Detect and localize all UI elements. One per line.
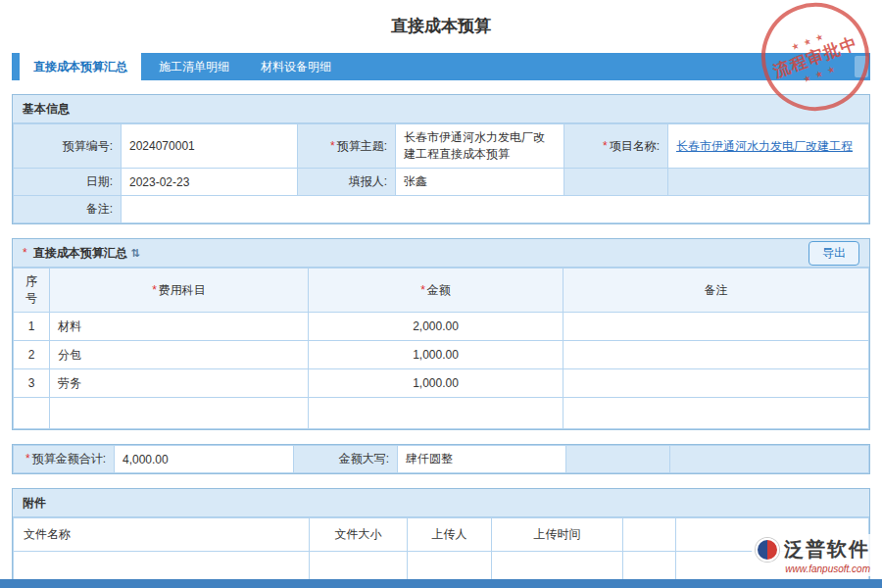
basic-info-section: 基本信息 预算编号: 2024070001 *预算主题: 长春市伊通河水力发电厂…	[12, 94, 870, 224]
col-remark: 备注	[564, 269, 869, 313]
attachments-header: 附件	[13, 489, 869, 517]
total-amount-value: 4,000.00	[115, 446, 294, 473]
empty-cell	[566, 446, 670, 473]
required-icon: *	[25, 452, 30, 466]
col-amount: *金额	[309, 269, 564, 313]
cell-remark	[564, 369, 869, 398]
cell-remark	[564, 341, 869, 369]
required-icon: *	[330, 139, 335, 153]
totals-section: *预算金额合计: 4,000.00 金额大写: 肆仟圆整	[12, 444, 870, 474]
empty-cell	[492, 552, 623, 581]
basic-info-table: 预算编号: 2024070001 *预算主题: 长春市伊通河水力发电厂改建工程直…	[13, 123, 869, 223]
remark-label: 备注:	[14, 196, 122, 223]
cell-subject: 劳务	[50, 369, 309, 398]
tab-overflow-button[interactable]	[855, 56, 868, 77]
tab-bar: 直接成本预算汇总 施工清单明细 材料设备明细	[12, 53, 870, 80]
empty-cell	[309, 398, 564, 429]
tab-direct-cost-summary[interactable]: 直接成本预算汇总	[20, 53, 141, 80]
attachments-table: 文件名称 文件大小 上传人 上传时间	[13, 517, 869, 581]
empty-cell	[564, 169, 668, 196]
col-no: 序号	[14, 269, 50, 313]
amount-words-value: 肆仟圆整	[398, 446, 566, 473]
date-label: 日期:	[14, 169, 122, 196]
project-label: *项目名称:	[564, 124, 668, 169]
total-amount-label: *预算金额合计:	[14, 446, 115, 473]
remark-value	[122, 196, 869, 223]
tab-material-equipment-detail[interactable]: 材料设备明细	[247, 53, 345, 80]
empty-cell	[50, 398, 309, 429]
cell-remark	[564, 313, 869, 341]
col-filename: 文件名称	[14, 518, 310, 552]
col-uploadtime: 上传时间	[492, 518, 623, 552]
required-icon: *	[152, 283, 157, 297]
empty-cell	[14, 398, 50, 429]
totals-table: *预算金额合计: 4,000.00 金额大写: 肆仟圆整	[13, 445, 869, 473]
cell-no: 2	[14, 341, 50, 369]
table-row: 2 分包 1,000.00	[14, 341, 869, 369]
cell-subject: 材料	[50, 313, 309, 341]
cost-summary-section: * 直接成本预算汇总 ⇅ 导出 序号 *费用科目 *金额 备注 1 材料 2,0…	[12, 238, 870, 430]
empty-cell	[670, 446, 869, 473]
required-icon: *	[603, 139, 608, 153]
cost-summary-header: * 直接成本预算汇总 ⇅ 导出	[13, 239, 869, 268]
empty-cell	[623, 552, 676, 581]
amount-words-label: 金额大写:	[294, 446, 398, 473]
basic-info-title: 基本信息	[23, 95, 70, 123]
empty-cell	[310, 552, 408, 581]
sort-icon[interactable]: ⇅	[131, 239, 140, 268]
attachments-title: 附件	[23, 489, 46, 517]
budget-no-label: 预算编号:	[14, 124, 122, 169]
page-title: 直接成本预算	[0, 0, 882, 53]
empty-cell	[408, 552, 492, 581]
cell-amount: 1,000.00	[309, 369, 564, 398]
date-value: 2023-02-23	[122, 169, 298, 196]
vendor-logo: 泛普软件 www.fanpusoft.com	[752, 534, 874, 576]
reporter-label: 填报人:	[298, 169, 396, 196]
col-uploader: 上传人	[408, 518, 492, 552]
attachments-section: 附件 文件名称 文件大小 上传人 上传时间	[12, 488, 870, 582]
cell-amount: 2,000.00	[309, 313, 564, 341]
export-button[interactable]: 导出	[808, 241, 859, 266]
cell-no: 3	[14, 369, 50, 398]
cost-summary-title: 直接成本预算汇总	[33, 239, 127, 268]
vendor-logo-icon	[756, 538, 779, 562]
table-empty-row	[14, 398, 869, 429]
table-row: 3 劳务 1,000.00	[14, 369, 869, 398]
tab-construction-list-detail[interactable]: 施工清单明细	[145, 53, 243, 80]
cell-subject: 分包	[50, 341, 309, 369]
cell-amount: 1,000.00	[309, 341, 564, 369]
table-row: 1 材料 2,000.00	[14, 313, 869, 341]
bottom-bar	[0, 579, 882, 588]
empty-col	[623, 518, 676, 552]
col-filesize: 文件大小	[310, 518, 408, 552]
col-subject: *费用科目	[50, 269, 309, 313]
table-empty-row	[14, 552, 869, 581]
required-icon: *	[420, 283, 425, 297]
reporter-value: 张鑫	[396, 169, 564, 196]
basic-info-header: 基本信息	[13, 95, 869, 123]
project-link[interactable]: 长春市伊通河水力发电厂改建工程	[676, 139, 853, 153]
table-header-row: 文件名称 文件大小 上传人 上传时间	[14, 518, 869, 552]
vendor-url: www.fanpusoft.com	[785, 564, 870, 574]
empty-cell	[14, 552, 310, 581]
subject-value: 长春市伊通河水力发电厂改建工程直接成本预算	[396, 124, 564, 169]
empty-cell	[564, 398, 869, 429]
subject-label: *预算主题:	[298, 124, 396, 169]
table-header-row: 序号 *费用科目 *金额 备注	[14, 269, 869, 313]
cell-no: 1	[14, 313, 50, 341]
required-icon: *	[23, 239, 27, 268]
vendor-name: 泛普软件	[784, 536, 870, 563]
cost-summary-table: 序号 *费用科目 *金额 备注 1 材料 2,000.00 2 分包 1,000…	[13, 268, 869, 429]
empty-cell	[668, 169, 869, 196]
budget-no-value: 2024070001	[122, 124, 298, 169]
